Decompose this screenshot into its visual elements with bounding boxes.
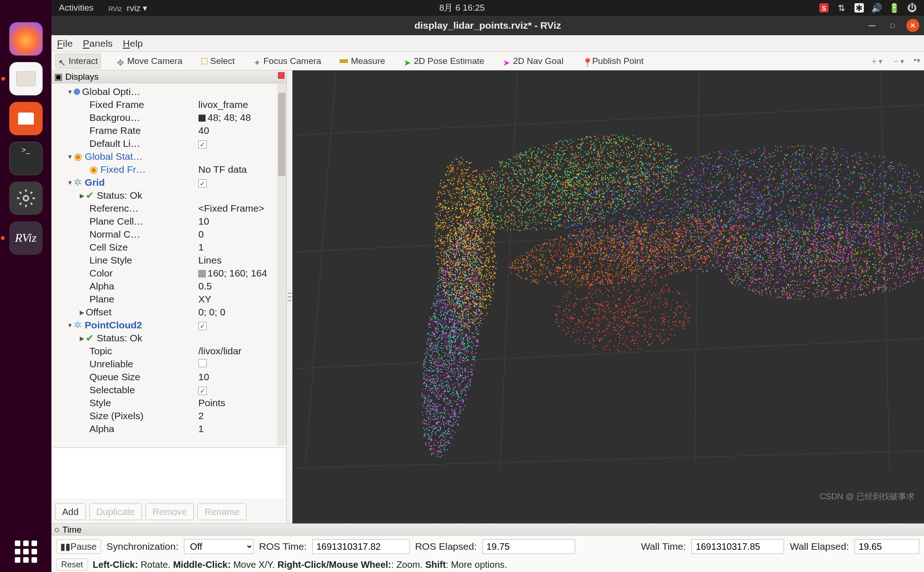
add-button[interactable]: Add [55,503,86,520]
svg-point-5029 [499,189,500,190]
displays-header[interactable]: ▣Displays [51,70,286,83]
maximize-button[interactable]: □ [886,19,899,32]
svg-point-12568 [564,265,566,267]
svg-point-8308 [765,167,766,168]
tool-move-camera[interactable]: ✥Move Camera [114,54,185,68]
svg-point-11903 [587,253,589,254]
dock-files-icon[interactable] [9,62,43,95]
svg-point-9037 [695,252,696,253]
svg-point-9069 [730,220,731,221]
checkbox-icon[interactable]: ✓ [198,140,207,149]
svg-point-3899 [551,166,552,168]
svg-point-3653 [479,224,480,225]
svg-point-11645 [886,239,887,240]
time-header[interactable]: ○Time [51,524,924,536]
svg-point-14138 [666,329,667,330]
svg-point-9501 [883,193,884,194]
svg-point-6343 [724,157,725,158]
checkbox-icon[interactable] [198,359,207,367]
svg-point-8577 [917,195,918,195]
svg-point-7521 [696,212,696,213]
rostime-value[interactable] [312,539,410,554]
svg-point-9864 [888,240,889,241]
app-menu[interactable]: RViz rviz ▾ [108,3,147,13]
svg-point-1175 [466,316,467,318]
svg-point-10454 [873,292,873,293]
svg-point-9899 [900,283,901,284]
svg-point-1337 [480,287,481,288]
svg-point-10060 [790,294,791,295]
wallelapsed-value[interactable] [854,539,919,554]
tray-network-icon[interactable]: ⇅ [837,3,846,13]
dock-firefox-icon[interactable] [9,22,43,56]
activities-button[interactable]: Activities [59,3,94,13]
tool-2d-pose[interactable]: ➤2D Pose Estimate [401,54,487,68]
roselapsed-value[interactable] [482,539,575,554]
displays-tree[interactable]: ▼Global Opti… Fixed Framelivox_frame Bac… [51,83,286,446]
tool-measure[interactable]: Measure [337,54,388,68]
tray-power-icon[interactable]: ⏻ [907,3,917,13]
svg-point-13233 [646,273,647,274]
checkbox-icon[interactable]: ✓ [198,387,207,395]
svg-point-4279 [606,172,607,173]
reset-button[interactable]: Reset [56,559,88,571]
svg-point-5289 [545,217,546,218]
dock-rviz-icon[interactable]: RViz [9,221,43,255]
tool-select[interactable]: Select [198,54,238,68]
svg-point-6107 [615,181,616,182]
tool-focus-camera[interactable]: ✦Focus Camera [251,54,324,68]
svg-point-3690 [486,235,487,236]
3d-viewport[interactable]: CSDN @ 已经到找破事求 [292,70,924,523]
minimize-button[interactable]: — [866,19,879,32]
tree-scrollbar[interactable] [277,83,286,446]
checkbox-icon[interactable]: ✓ [198,179,207,188]
menu-file[interactable]: File [57,38,73,49]
svg-point-14061 [569,331,570,332]
tool-remove-icon[interactable]: －▾ [892,55,904,67]
tray-bluetooth-icon[interactable]: ✱ [854,3,864,13]
tool-interact[interactable]: ↖Interact [55,54,101,69]
svg-point-10545 [895,252,896,253]
tray-volume-icon[interactable]: 🔊 [872,3,881,13]
svg-point-5478 [630,152,632,154]
tool-add-icon[interactable]: ＋▾ [870,55,882,67]
svg-point-13406 [576,276,578,277]
sync-select[interactable]: Off [184,539,253,554]
tool-publish-point[interactable]: 📍Publish Point [579,54,646,68]
splitter[interactable] [287,70,292,523]
dock-terminal-icon[interactable]: >_ [9,142,43,175]
close-button[interactable]: ✕ [906,19,919,32]
svg-point-5484 [479,220,481,221]
svg-point-11651 [761,292,762,293]
svg-point-5135 [567,147,568,149]
svg-point-9189 [644,263,645,264]
tray-sogou-icon[interactable]: S [819,3,829,13]
svg-point-2524 [456,231,457,232]
menu-panels[interactable]: Panels [83,38,113,49]
pause-button[interactable]: ▮▮Pause [56,539,101,554]
svg-point-7583 [674,257,675,258]
checkbox-icon[interactable]: ✓ [198,322,207,330]
svg-point-14213 [627,318,628,319]
svg-point-2395 [479,292,480,293]
svg-point-10610 [814,259,815,260]
svg-point-13912 [608,326,609,327]
svg-point-4105 [529,220,530,221]
tool-more-icon[interactable]: •▾ [913,55,920,67]
svg-point-6312 [710,207,711,207]
svg-point-1690 [470,245,471,246]
svg-point-1761 [477,250,479,251]
svg-point-2446 [442,264,443,265]
svg-point-6309 [864,209,865,210]
walltime-value[interactable] [691,539,784,554]
tray-battery-icon[interactable]: 🔋 [890,3,899,13]
svg-point-13219 [629,277,630,278]
tool-2d-nav[interactable]: ➤2D Nav Goal [500,54,566,68]
panel-close-icon[interactable] [278,72,285,79]
clock[interactable]: 8月 6 16:25 [439,2,485,14]
dock-apps-icon[interactable] [15,541,37,563]
svg-point-852 [464,351,466,352]
dock-software-icon[interactable] [9,102,43,135]
dock-settings-icon[interactable] [9,182,43,215]
menu-help[interactable]: Help [123,38,143,49]
